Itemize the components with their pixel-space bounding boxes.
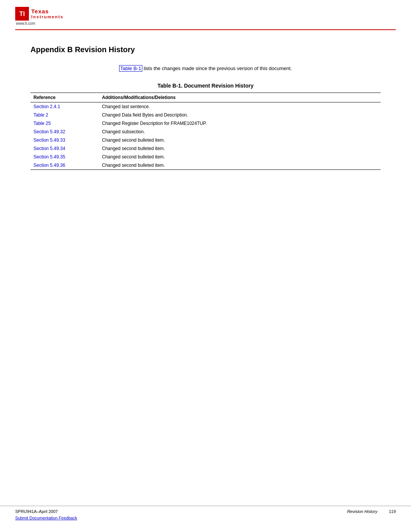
ref-link[interactable]: Section 5.49.34: [33, 146, 65, 151]
table-cell-description: Changed last sentence.: [99, 102, 381, 111]
intro-text: lists the changes made since the previou…: [142, 66, 292, 71]
table-cell-reference: Section 2.4.1: [30, 102, 99, 111]
ref-link[interactable]: Section 5.49.33: [33, 137, 65, 143]
table-row: Table 2Changed Data field Bytes and Desc…: [30, 111, 381, 119]
table-row: Section 5.49.34Changed second bulleted i…: [30, 144, 381, 153]
ref-link[interactable]: Section 5.49.32: [33, 129, 65, 134]
table-cell-description: Changed second bulleted item.: [99, 153, 381, 161]
col-header-reference: Reference: [30, 93, 99, 102]
col-header-additions: Additions/Modifications/Deletions: [99, 93, 381, 102]
ref-link[interactable]: Section 2.4.1: [33, 104, 60, 109]
table-cell-description: Changed Register Description for FRAME10…: [99, 119, 381, 128]
table-cell-description: Changed subsection.: [99, 128, 381, 136]
page-footer: SPRU941A–April 2007 Revision History 119…: [0, 506, 411, 521]
table-b1-link[interactable]: Table B-1: [119, 65, 142, 72]
table-header: Reference Additions/Modifications/Deleti…: [30, 93, 381, 102]
revision-table: Reference Additions/Modifications/Deleti…: [30, 93, 381, 170]
table-cell-description: Changed second bulleted item.: [99, 144, 381, 153]
table-cell-reference: Section 5.49.35: [30, 153, 99, 161]
ref-link[interactable]: Section 5.49.36: [33, 163, 65, 168]
intro-paragraph: Table B-1 lists the changes made since t…: [30, 66, 381, 71]
footer-top: SPRU941A–April 2007 Revision History 119: [15, 508, 396, 514]
ti-texas-label: Texas: [31, 8, 64, 15]
table-cell-reference: Section 5.49.34: [30, 144, 99, 153]
table-row: Section 5.49.36Changed second bulleted i…: [30, 161, 381, 170]
footer-page-number: 119: [389, 509, 396, 514]
table-cell-reference: Table 2: [30, 111, 99, 119]
table-cell-description: Changed second bulleted item.: [99, 161, 381, 170]
table-row: Table 25Changed Register Description for…: [30, 119, 381, 128]
footer-doc-id: SPRU941A–April 2007: [15, 508, 58, 514]
main-content: Appendix B Revision History Table B-1 li…: [0, 30, 411, 200]
ti-instruments-label: Instruments: [31, 14, 64, 19]
table-title: Table B-1. Document Revision History: [30, 83, 381, 89]
ti-logo-url: www.ti.com: [16, 21, 35, 26]
footer-feedback: Submit Documentation Feedback: [15, 515, 396, 521]
table-row: Section 2.4.1Changed last sentence.: [30, 102, 381, 111]
ti-logo-text: Texas Instruments: [31, 8, 64, 19]
footer-section-label: Revision History: [347, 509, 377, 514]
page-title: Appendix B Revision History: [30, 45, 381, 54]
table-row: Section 5.49.33Changed second bulleted i…: [30, 136, 381, 144]
table-cell-reference: Section 5.49.33: [30, 136, 99, 144]
table-cell-description: Changed Data field Bytes and Description…: [99, 111, 381, 119]
table-cell-reference: Section 5.49.36: [30, 161, 99, 170]
table-cell-reference: Section 5.49.32: [30, 128, 99, 136]
table-body: Section 2.4.1Changed last sentence.Table…: [30, 102, 381, 170]
feedback-link[interactable]: Submit Documentation Feedback: [15, 516, 77, 520]
ti-logo: TI Texas Instruments www.ti.com: [15, 7, 64, 26]
ti-logo-icon: TI: [15, 7, 29, 21]
table-cell-description: Changed second bulleted item.: [99, 136, 381, 144]
table-row: Section 5.49.35Changed second bulleted i…: [30, 153, 381, 161]
ref-link[interactable]: Section 5.49.35: [33, 154, 65, 160]
table-row: Section 5.49.32Changed subsection.: [30, 128, 381, 136]
svg-text:TI: TI: [19, 10, 25, 17]
ref-link[interactable]: Table 25: [33, 121, 51, 126]
table-cell-reference: Table 25: [30, 119, 99, 128]
page-header: TI Texas Instruments www.ti.com: [0, 0, 411, 29]
ref-link[interactable]: Table 2: [33, 112, 48, 118]
footer-section-info: Revision History 119: [347, 509, 396, 514]
